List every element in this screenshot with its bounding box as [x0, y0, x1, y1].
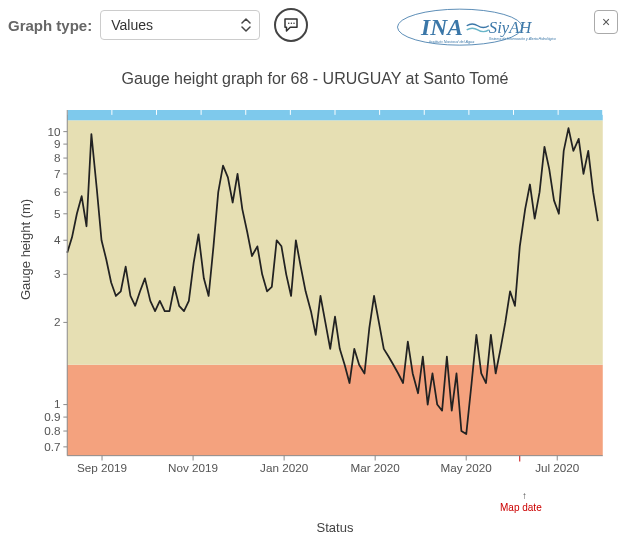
speech-bubble-icon: [282, 16, 300, 34]
svg-text:SiyAH: SiyAH: [489, 18, 532, 37]
map-date-arrow-icon: ↑: [522, 490, 527, 501]
svg-text:8: 8: [54, 151, 61, 164]
svg-rect-8: [67, 365, 603, 456]
svg-text:1: 1: [54, 397, 61, 410]
svg-text:Instituto Nacional del Agua: Instituto Nacional del Agua: [429, 40, 474, 44]
svg-text:3: 3: [54, 267, 61, 280]
svg-text:Sistema de Información y Alert: Sistema de Información y Alerta Hidrológ…: [489, 37, 556, 41]
svg-text:Jul 2020: Jul 2020: [535, 461, 580, 474]
svg-text:9: 9: [54, 137, 61, 150]
svg-rect-9: [67, 120, 603, 364]
svg-point-1: [291, 22, 293, 24]
graph-type-value: Values: [111, 17, 153, 33]
svg-text:Jan 2020: Jan 2020: [260, 461, 309, 474]
svg-text:5: 5: [54, 207, 61, 220]
caret-up-down-icon: [241, 18, 251, 32]
svg-text:Nov 2019: Nov 2019: [168, 461, 218, 474]
svg-point-0: [288, 22, 290, 24]
svg-text:6: 6: [54, 185, 61, 198]
chart-title: Gauge height graph for 68 - URUGUAY at S…: [0, 70, 630, 88]
svg-text:Sep 2019: Sep 2019: [77, 461, 127, 474]
y-axis-label: Gauge height (m): [18, 199, 33, 300]
x-axis-label: Status: [60, 520, 610, 535]
svg-text:INA: INA: [420, 14, 463, 40]
svg-text:Mar 2020: Mar 2020: [351, 461, 401, 474]
svg-text:0.8: 0.8: [44, 424, 60, 437]
svg-text:10: 10: [47, 125, 60, 138]
svg-text:May 2020: May 2020: [441, 461, 493, 474]
close-icon: ×: [602, 14, 610, 30]
svg-text:0.7: 0.7: [44, 440, 60, 453]
svg-text:4: 4: [54, 233, 61, 246]
graph-type-label: Graph type:: [8, 17, 92, 34]
svg-text:7: 7: [54, 167, 61, 180]
ina-siyah-logo: INA SiyAH Instituto Nacional del Agua Si…: [385, 5, 565, 53]
svg-point-2: [293, 22, 295, 24]
chart-plot-area: 0.70.80.912345678910Sep 2019Nov 2019Jan …: [60, 110, 610, 490]
graph-type-select[interactable]: Values: [100, 10, 260, 40]
comment-button[interactable]: [274, 8, 308, 42]
map-date-label: Map date: [500, 502, 542, 513]
close-button[interactable]: ×: [594, 10, 618, 34]
svg-text:2: 2: [54, 315, 61, 328]
svg-text:0.9: 0.9: [44, 410, 60, 423]
